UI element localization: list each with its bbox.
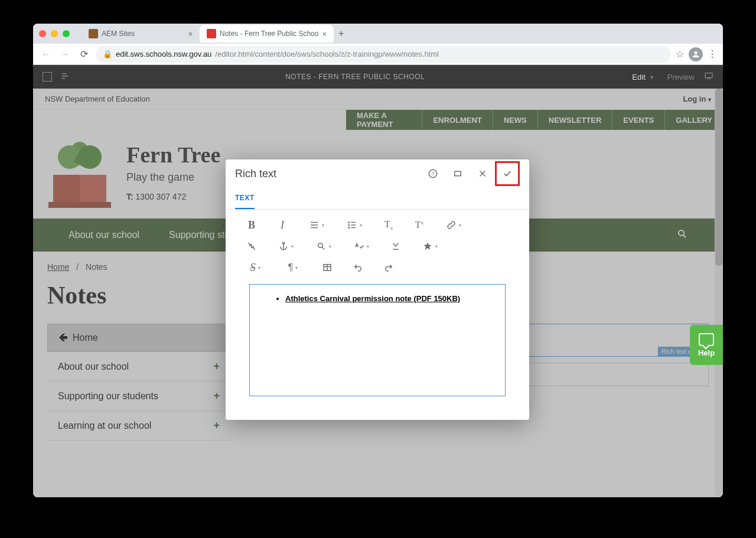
school-name: Fern Tree — [126, 142, 220, 168]
undo-button[interactable] — [350, 259, 366, 276]
table-button[interactable] — [319, 259, 335, 276]
bold-button[interactable]: B — [243, 217, 260, 233]
page-info-icon[interactable] — [60, 71, 70, 83]
list-item: Athletics Carnival permission note (PDF … — [285, 294, 493, 303]
svg-line-25 — [322, 247, 325, 250]
sidebar-item[interactable]: Supporting our students + — [47, 382, 230, 411]
close-tab-icon[interactable]: × — [322, 30, 327, 38]
unlink-button[interactable] — [243, 238, 260, 255]
sidebar: 🡸 Home About our school + Supporting our… — [47, 324, 230, 441]
svg-point-17 — [348, 227, 350, 229]
lock-icon: 🔒 — [103, 50, 112, 58]
breadcrumb-home[interactable]: Home — [47, 262, 69, 272]
svg-marker-26 — [423, 242, 432, 250]
maximize-window-button[interactable] — [63, 30, 70, 37]
back-button[interactable]: ← — [39, 49, 53, 60]
url-host: edit.sws.schools.nsw.gov.au — [116, 50, 211, 58]
aem-page-title: NOTES - FERN TREE PUBLIC SCHOOL — [78, 73, 632, 81]
browser-tab-notes[interactable]: Notes - Fern Tree Public Schoo × — [200, 25, 334, 43]
svg-text:?: ? — [431, 171, 434, 177]
school-tagline: Play the game — [126, 171, 220, 184]
paragraph-format-button[interactable]: ¶▾ — [281, 259, 305, 276]
sidebar-home-label: Home — [73, 332, 98, 343]
special-char-button[interactable] — [387, 238, 404, 255]
arrow-left-icon: 🡸 — [58, 332, 68, 343]
done-button[interactable] — [495, 161, 520, 186]
italic-button[interactable]: I — [274, 217, 291, 233]
forward-button[interactable]: → — [58, 49, 72, 60]
utility-nav-newsletter[interactable]: NEWSLETTER — [537, 110, 612, 130]
subscript-button[interactable]: Tx — [380, 217, 397, 233]
chevron-down-icon[interactable]: ▾ — [650, 74, 653, 80]
svg-point-24 — [318, 243, 323, 248]
tab-text[interactable]: TEXT — [235, 188, 255, 209]
help-icon[interactable]: ? — [421, 161, 445, 186]
breadcrumb-current: Notes — [86, 262, 107, 272]
annotate-icon[interactable] — [704, 71, 713, 83]
department-bar: NSW Department of Education Log in ▾ — [33, 89, 723, 110]
content-link[interactable]: Athletics Carnival permission note (PDF … — [285, 294, 460, 303]
redo-button[interactable] — [380, 259, 397, 276]
tab-title: AEM Sites — [102, 30, 135, 38]
align-button[interactable]: ▾ — [305, 217, 328, 233]
mode-edit[interactable]: Edit — [632, 73, 645, 81]
page-viewport: NSW Department of Education Log in ▾ MAK… — [33, 89, 723, 497]
mode-preview[interactable]: Preview — [667, 73, 695, 81]
url-path: /editor.html/content/doe/sws/schools/z/z… — [215, 50, 439, 58]
utility-nav-payment[interactable]: MAKE A PAYMENT — [346, 110, 422, 130]
rte-editor-area[interactable]: Athletics Carnival permission note (PDF … — [249, 284, 506, 396]
sidebar-item-label: Learning at our school — [58, 420, 151, 431]
sidebar-item[interactable]: About our school + — [47, 352, 230, 382]
close-window-button[interactable] — [39, 30, 46, 37]
new-tab-button[interactable]: + — [338, 28, 344, 39]
utility-nav: MAKE A PAYMENT ENROLMENT NEWS NEWSLETTER… — [346, 110, 723, 130]
profile-button[interactable] — [689, 47, 703, 61]
tab-title: Notes - Fern Tree Public Schoo — [220, 30, 318, 38]
scrollbar-track — [715, 89, 723, 497]
superscript-button[interactable]: Tx — [411, 217, 428, 233]
utility-nav-events[interactable]: EVENTS — [612, 110, 664, 130]
svg-point-16 — [348, 224, 350, 226]
close-icon[interactable] — [470, 161, 495, 186]
sidebar-home[interactable]: 🡸 Home — [47, 324, 230, 352]
scrollbar-thumb[interactable] — [715, 89, 722, 266]
search-icon[interactable] — [677, 229, 687, 242]
sidebar-item[interactable]: Learning at our school + — [47, 411, 230, 441]
reload-button[interactable]: ⟳ — [77, 48, 91, 60]
anchor-button[interactable]: ▾ — [274, 238, 298, 255]
browser-tab-strip: AEM Sites × Notes - Fern Tree Public Sch… — [33, 24, 723, 44]
aem-editor-bar: NOTES - FERN TREE PUBLIC SCHOOL Edit ▾ P… — [33, 65, 723, 89]
help-label: Help — [698, 348, 715, 357]
list-button[interactable]: ▾ — [343, 217, 366, 233]
window-controls — [39, 30, 70, 37]
sidebar-item-label: About our school — [58, 361, 129, 372]
department-name: NSW Department of Education — [45, 94, 150, 103]
rte-toolbar: B I ▾ ▾ Tx Tx ▾ ▾ ▾ ▾ ▾ S▾ ¶▾ — [226, 210, 529, 279]
close-tab-icon[interactable]: × — [188, 30, 193, 38]
favicon — [89, 29, 98, 38]
utility-nav-news[interactable]: NEWS — [493, 110, 537, 130]
spellcheck-button[interactable]: ▾ — [350, 238, 373, 255]
browser-menu-button[interactable]: ⋮ — [708, 48, 717, 60]
login-link[interactable]: Log in ▾ — [683, 94, 711, 103]
expand-icon[interactable]: + — [213, 360, 220, 373]
find-replace-button[interactable]: ▾ — [312, 238, 335, 255]
main-nav-about[interactable]: About our school — [69, 230, 139, 240]
link-button[interactable]: ▾ — [442, 217, 465, 233]
favicon — [207, 29, 216, 38]
favorite-button[interactable]: ▾ — [418, 238, 442, 255]
address-bar[interactable]: 🔒 edit.sws.schools.nsw.gov.au/editor.htm… — [96, 46, 671, 63]
minimize-window-button[interactable] — [51, 30, 58, 37]
chat-bubble-icon — [699, 333, 714, 346]
fullscreen-icon[interactable] — [445, 161, 470, 186]
strikethrough-button[interactable]: S▾ — [243, 259, 267, 276]
expand-icon[interactable]: + — [213, 419, 220, 432]
bookmark-star-icon[interactable]: ☆ — [676, 48, 684, 60]
side-panel-toggle-icon[interactable] — [43, 72, 52, 81]
expand-icon[interactable]: + — [213, 390, 220, 402]
svg-rect-4 — [705, 73, 712, 77]
svg-line-6 — [683, 235, 686, 237]
utility-nav-enrolment[interactable]: ENROLMENT — [422, 110, 492, 130]
help-widget[interactable]: Help — [690, 325, 723, 365]
browser-tab-aem-sites[interactable]: AEM Sites × — [82, 25, 200, 43]
